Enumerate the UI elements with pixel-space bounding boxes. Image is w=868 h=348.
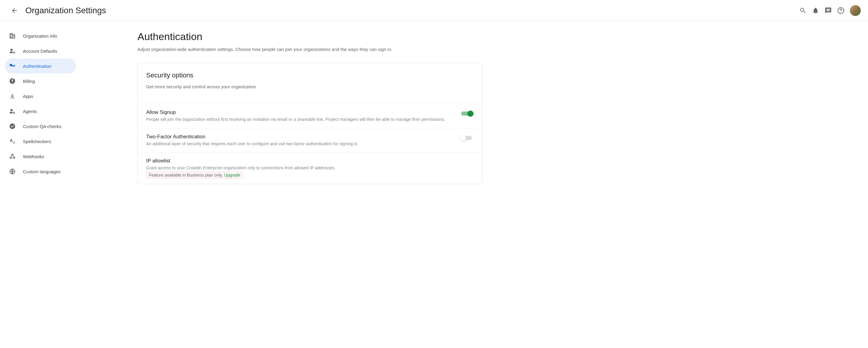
sidebar-item-label: Authentication [23,64,52,69]
option-title: IP allowlist [146,158,473,164]
option-title: Allow Signup [146,109,452,116]
dollar-icon [9,78,16,84]
svg-rect-3 [11,36,11,36]
option-two-factor: Two-Factor Authentication An additional … [138,128,482,153]
sidebar-item-organization-info[interactable]: Organization info [5,28,76,43]
svg-rect-4 [11,37,11,37]
sidebar-item-label: Billing [23,78,35,84]
option-desc: Grant access to your Crowdin Enterprise … [146,165,473,171]
upgrade-link[interactable]: Upgrade [224,172,241,178]
chat-icon[interactable] [825,7,832,14]
option-desc: An additional layer of security that req… [146,141,452,147]
check-circle-icon [9,123,16,130]
help-icon[interactable] [837,7,844,14]
svg-point-13 [10,124,15,129]
svg-point-9 [10,66,11,67]
sidebar-item-custom-languages[interactable]: Custom languages [5,164,76,179]
svg-point-10 [10,78,15,84]
top-bar: Organization Settings [0,0,868,21]
building-icon [9,33,16,39]
sidebar-item-label: Account Defaults [23,49,57,54]
sidebar-item-billing[interactable]: Billing [5,73,76,89]
svg-rect-6 [13,37,14,37]
globe-icon [9,168,16,175]
sidebar-item-label: Custom QA checks [23,124,61,129]
sidebar-item-label: Spellcheckers [23,139,51,144]
card-desc: Get more security and control across you… [146,84,473,89]
sidebar: Organization info Account Defaults Authe… [0,21,79,196]
content-subtitle: Adjust organization-wide authentication … [137,47,482,52]
spellcheck-icon [9,138,16,145]
svg-rect-2 [11,34,11,35]
key-icon [9,63,16,69]
svg-point-7 [10,49,13,51]
sidebar-item-account-defaults[interactable]: Account Defaults [5,43,76,59]
svg-point-1 [841,11,841,12]
two-factor-toggle[interactable] [460,135,473,141]
feature-note-text: Feature available in Business plan only. [149,172,224,178]
sidebar-item-authentication[interactable]: Authentication [5,59,76,73]
security-options-card: Security options Get more security and c… [137,63,482,184]
sidebar-item-label: Organization info [23,33,57,38]
sidebar-item-apps[interactable]: Apps [5,89,76,104]
content: Authentication Adjust organization-wide … [79,21,494,196]
option-allow-signup: Allow Signup People will join the organi… [138,104,482,128]
allow-signup-toggle[interactable] [460,110,473,117]
sidebar-item-label: Agents [23,109,37,114]
webhook-icon [9,153,16,160]
sidebar-item-custom-qa-checks[interactable]: Custom QA checks [5,119,76,134]
sidebar-item-agents[interactable]: Agents [5,104,76,119]
page-title: Organization Settings [25,6,106,15]
option-title: Two-Factor Authentication [146,134,452,140]
card-title: Security options [146,71,473,79]
svg-point-12 [13,112,15,114]
option-ip-allowlist: IP allowlist Grant access to your Crowdi… [138,152,482,184]
svg-point-8 [13,52,15,53]
person-gear-icon [9,108,16,115]
content-title: Authentication [137,31,482,42]
option-desc: People will join the organization withou… [146,117,452,123]
svg-rect-5 [13,36,14,36]
sidebar-item-webhooks[interactable]: Webhooks [5,149,76,164]
search-icon[interactable] [799,7,807,14]
sidebar-item-label: Webhooks [23,154,44,159]
person-gear-icon [9,48,16,54]
svg-point-11 [10,109,13,111]
download-icon [9,93,16,99]
sidebar-item-spellcheckers[interactable]: Spellcheckers [5,134,76,149]
sidebar-item-label: Custom languages [23,169,61,174]
user-avatar[interactable] [850,5,861,16]
back-arrow-icon[interactable] [11,7,18,14]
notifications-icon[interactable] [812,7,819,14]
sidebar-item-label: Apps [23,94,33,99]
feature-note: Feature available in Business plan only.… [146,172,243,178]
